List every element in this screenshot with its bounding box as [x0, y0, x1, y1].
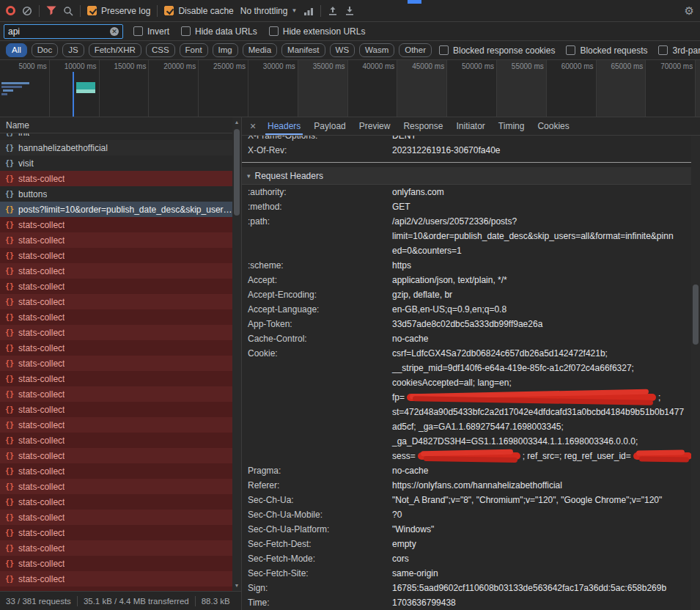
- header-name: :authority:: [248, 185, 392, 199]
- request-row[interactable]: {}stats-collect: [0, 171, 232, 186]
- overview-division: [696, 60, 700, 117]
- request-row[interactable]: {}stats-collect: [0, 479, 232, 494]
- filter-type-img[interactable]: Img: [213, 43, 238, 57]
- request-row[interactable]: {}stats-collect: [0, 309, 232, 325]
- overview-time-label: 10000 ms: [65, 62, 97, 70]
- file-type-icon: {}: [5, 144, 14, 152]
- throttling-select[interactable]: No throttling ▼: [240, 6, 298, 16]
- tab-cookies[interactable]: Cookies: [531, 117, 575, 135]
- clear-icon[interactable]: [22, 6, 32, 16]
- request-row[interactable]: {}init: [0, 133, 232, 140]
- header-value: empty: [392, 537, 416, 551]
- request-row[interactable]: {}stats-collect: [0, 294, 232, 309]
- 3rd-party-requests-checkbox[interactable]: [658, 45, 668, 55]
- filter-type-js[interactable]: JS: [62, 43, 84, 57]
- disable-cache-option[interactable]: Disable cache: [164, 6, 233, 16]
- request-row[interactable]: {}stats-collect: [0, 540, 232, 556]
- filter-type-ws[interactable]: WS: [330, 43, 355, 57]
- request-row[interactable]: {}stats-collect: [0, 402, 232, 417]
- request-row[interactable]: {}stats-collect: [0, 340, 232, 356]
- request-headers-section[interactable]: ▾ Request Headers: [242, 167, 691, 185]
- search-icon[interactable]: [63, 6, 73, 16]
- scroll-up-icon[interactable]: ▲: [232, 118, 241, 127]
- request-row[interactable]: {}stats-collect: [0, 525, 232, 540]
- request-row[interactable]: {}stats-collect: [0, 494, 232, 510]
- request-row[interactable]: {}stats-collect: [0, 386, 232, 402]
- close-icon[interactable]: ×: [245, 117, 261, 135]
- filter-type-media[interactable]: Media: [243, 43, 277, 57]
- filter-type-css[interactable]: CSS: [146, 43, 175, 57]
- request-row[interactable]: {}stats-collect: [0, 217, 232, 232]
- import-har-icon[interactable]: [328, 6, 338, 16]
- preserve-log-checkbox[interactable]: [87, 6, 97, 15]
- scrollbar-thumb[interactable]: [693, 284, 699, 345]
- request-row[interactable]: {}stats-collect: [0, 371, 232, 386]
- request-row[interactable]: {}stats-collect: [0, 325, 232, 340]
- scroll-down-icon[interactable]: ▼: [232, 581, 241, 590]
- preserve-log-option[interactable]: Preserve log: [87, 6, 150, 16]
- filter-input-field[interactable]: [8, 26, 103, 37]
- filter-type-wasm[interactable]: Wasm: [359, 43, 394, 57]
- hide-extension-urls-checkbox[interactable]: [269, 26, 279, 36]
- filter-type-doc[interactable]: Doc: [32, 43, 58, 57]
- header-value-line: fp=;: [392, 390, 691, 405]
- blocked-response-cookies-option[interactable]: Blocked response cookies: [439, 45, 555, 56]
- filter-type-all[interactable]: All: [6, 43, 27, 57]
- request-row[interactable]: {}stats-collect: [0, 463, 232, 479]
- request-row[interactable]: {}stats-collect: [0, 510, 232, 525]
- filter-icon[interactable]: [46, 6, 56, 15]
- blocked-requests-option[interactable]: Blocked requests: [566, 45, 647, 56]
- record-button[interactable]: [6, 6, 15, 15]
- tab-headers[interactable]: Headers: [261, 117, 307, 135]
- file-type-icon: {}: [5, 482, 14, 490]
- request-row[interactable]: {}hannahelizabethofficial: [0, 140, 232, 155]
- name-column-header[interactable]: Name: [0, 117, 241, 133]
- filter-type-font[interactable]: Font: [180, 43, 208, 57]
- header-value: 16785:5aad9602cf110608b03133de563642fac1…: [392, 581, 666, 595]
- request-row[interactable]: {}stats-collect: [0, 417, 232, 433]
- filter-type-manifest[interactable]: Manifest: [281, 43, 325, 57]
- blocked-response-cookies-checkbox[interactable]: [439, 45, 449, 55]
- 3rd-party-requests-option[interactable]: 3rd-party requests: [658, 45, 700, 56]
- tab-response[interactable]: Response: [397, 117, 449, 135]
- request-list-scrollbar[interactable]: ▲ ▼: [232, 117, 241, 591]
- scrollbar-thumb[interactable]: [234, 129, 240, 216]
- tab-timing[interactable]: Timing: [492, 117, 531, 135]
- request-row[interactable]: {}stats-collect: [0, 248, 232, 263]
- tab-initiator[interactable]: Initiator: [449, 117, 491, 135]
- request-row[interactable]: {}stats-collect: [0, 433, 232, 448]
- request-row[interactable]: {}stats-collect: [0, 279, 232, 294]
- redaction-scribble: [418, 452, 520, 460]
- tab-preview[interactable]: Preview: [353, 117, 397, 135]
- hide-data-urls-option[interactable]: Hide data URLs: [181, 26, 257, 37]
- disable-cache-checkbox[interactable]: [164, 6, 174, 15]
- filter-type-other[interactable]: Other: [399, 43, 432, 57]
- header-value-line: sess=; ref_src=; reg_ref_user_id=: [392, 449, 691, 463]
- filter-type-fetch-xhr[interactable]: Fetch/XHR: [89, 43, 141, 57]
- network-conditions-icon[interactable]: [303, 7, 314, 15]
- request-row[interactable]: {}visit: [0, 155, 232, 171]
- tab-payload[interactable]: Payload: [307, 117, 352, 135]
- request-row[interactable]: {}stats-collect: [0, 356, 232, 371]
- request-row[interactable]: {}stats-collect: [0, 232, 232, 248]
- network-overview[interactable]: 5000 ms10000 ms15000 ms20000 ms25000 ms3…: [0, 60, 700, 117]
- invert-checkbox[interactable]: [133, 26, 143, 36]
- detail-scrollbar[interactable]: [691, 136, 700, 610]
- filter-input[interactable]: ✕: [4, 24, 123, 39]
- export-har-icon[interactable]: [345, 6, 355, 16]
- waterfall-bar: [3, 89, 13, 92]
- request-row[interactable]: {}stats-collect: [0, 556, 232, 571]
- settings-gear-icon[interactable]: ⚙: [685, 5, 694, 16]
- hide-data-urls-checkbox[interactable]: [181, 26, 191, 36]
- request-row[interactable]: {}stats-collect: [0, 571, 232, 587]
- invert-option[interactable]: Invert: [133, 26, 169, 37]
- request-name: stats-collect: [18, 359, 65, 369]
- request-row[interactable]: {}buttons: [0, 186, 232, 202]
- request-row[interactable]: {}stats-collect: [0, 448, 232, 463]
- file-type-icon: {}: [5, 575, 14, 583]
- blocked-requests-checkbox[interactable]: [566, 45, 575, 55]
- clear-filter-icon[interactable]: ✕: [110, 27, 119, 36]
- hide-extension-urls-option[interactable]: Hide extension URLs: [269, 26, 366, 37]
- request-row-selected[interactable]: {}posts?limit=10&order=publish_date_desc…: [0, 202, 232, 217]
- request-row[interactable]: {}stats-collect: [0, 263, 232, 279]
